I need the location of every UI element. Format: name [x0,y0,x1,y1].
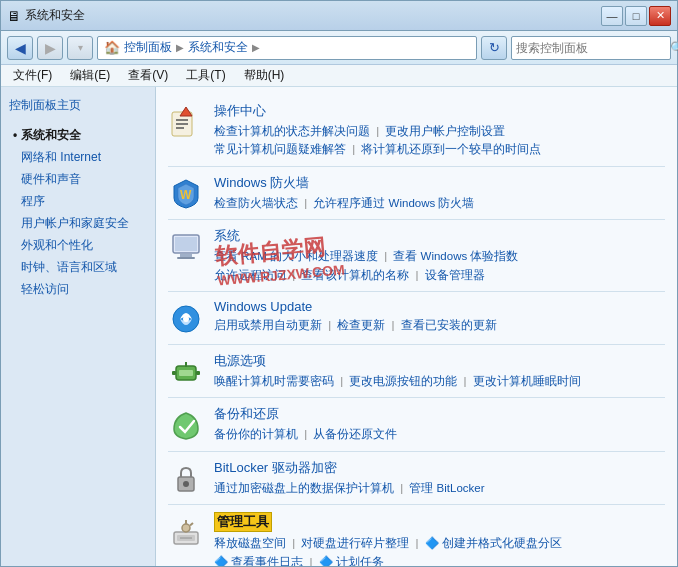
section-admin-tools: 管理工具 释放磁盘空间 | 对硬盘进行碎片整理 | 🔷 创建并格式化硬盘分区 🔷… [168,505,665,566]
power-link3[interactable]: 更改计算机睡眠时间 [473,375,581,387]
sidebar-item-programs[interactable]: 程序 [9,190,147,212]
admin-sep3: | [309,556,312,566]
firewall-sep: | [304,197,307,209]
svg-rect-9 [177,257,195,259]
sidebar-item-accessibility[interactable]: 轻松访问 [9,278,147,300]
breadcrumb-bar: 🏠 控制面板 ▶ 系统和安全 ▶ [97,36,477,60]
backup-title[interactable]: 备份和还原 [214,405,665,423]
sidebar-item-clock-language[interactable]: 时钟、语言和区域 [9,256,147,278]
section-windows-update-body: Windows Update 启用或禁用自动更新 | 检查更新 | 查看已安装的… [214,299,665,334]
sidebar-item-appearance[interactable]: 外观和个性化 [9,234,147,256]
refresh-button[interactable]: ↻ [481,36,507,60]
bitlocker-link1[interactable]: 通过加密磁盘上的数据保护计算机 [214,482,394,494]
section-power: 电源选项 唤醒计算机时需要密码 | 更改电源按钮的功能 | 更改计算机睡眠时间 [168,345,665,398]
close-button[interactable]: ✕ [649,6,671,26]
sidebar-item-system-security[interactable]: 系统和安全 [9,124,147,146]
main-content: 控制面板主页 系统和安全 网络和 Internet 硬件和声音 程序 用户帐户和… [1,87,677,566]
windows-update-title[interactable]: Windows Update [214,299,665,314]
main-window: 🖥 系统和安全 — □ ✕ ◀ ▶ ▾ 🏠 控制面板 ▶ 系统和安全 ▶ ↻ 🔍… [0,0,678,567]
firewall-links: 检查防火墙状态 | 允许程序通过 Windows 防火墙 [214,194,665,212]
sidebar-items: 系统和安全 网络和 Internet 硬件和声音 程序 用户帐户和家庭安全 外观… [9,124,147,300]
menu-view[interactable]: 查看(V) [122,65,174,86]
system-link5[interactable]: 设备管理器 [425,269,485,281]
svg-point-11 [183,316,189,322]
section-power-body: 电源选项 唤醒计算机时需要密码 | 更改电源按钮的功能 | 更改计算机睡眠时间 [214,352,665,390]
breadcrumb-part1[interactable]: 控制面板 [124,39,172,56]
bitlocker-link2[interactable]: 管理 BitLocker [409,482,484,494]
system-link3[interactable]: 允许远程访问 [214,269,286,281]
firewall-title[interactable]: Windows 防火墙 [214,174,665,192]
action-center-link4[interactable]: 将计算机还原到一个较早的时间点 [361,143,541,155]
windows-update-links: 启用或禁用自动更新 | 检查更新 | 查看已安装的更新 [214,316,665,334]
svg-point-22 [182,524,190,532]
windows-update-link1[interactable]: 启用或禁用自动更新 [214,319,322,331]
backup-link2[interactable]: 从备份还原文件 [313,428,397,440]
system-title[interactable]: 系统 [214,227,665,245]
menu-file[interactable]: 文件(F) [7,65,58,86]
windows-update-link3[interactable]: 查看已安装的更新 [401,319,497,331]
section-firewall-body: Windows 防火墙 检查防火墙状态 | 允许程序通过 Windows 防火墙 [214,174,665,212]
admin-tools-link4[interactable]: 🔷 查看事件日志 [214,556,303,566]
wu-sep1: | [328,319,331,331]
action-center-links2: 常见计算机问题疑难解答 | 将计算机还原到一个较早的时间点 [214,140,665,158]
maximize-button[interactable]: □ [625,6,647,26]
sidebar-item-user-accounts[interactable]: 用户帐户和家庭安全 [9,212,147,234]
bitlocker-sep: | [400,482,403,494]
search-bar: 🔍 [511,36,671,60]
right-panel: 软件自学网 WWW.RJZXW.COM 操作中心 [156,87,677,566]
action-center-link2[interactable]: 更改用户帐户控制设置 [385,125,505,137]
bitlocker-title[interactable]: BitLocker 驱动器加密 [214,459,665,477]
admin-sep2: | [416,537,419,549]
sidebar-item-hardware[interactable]: 硬件和声音 [9,168,147,190]
breadcrumb-part2[interactable]: 系统和安全 [188,39,248,56]
power-link1[interactable]: 唤醒计算机时需要密码 [214,375,334,387]
action-center-link1[interactable]: 检查计算机的状态并解决问题 [214,125,370,137]
system-sep3: | [416,269,419,281]
system-link2[interactable]: 查看 Windows 体验指数 [393,250,518,262]
dropdown-button[interactable]: ▾ [67,36,93,60]
action-center-link3[interactable]: 常见计算机问题疑难解答 [214,143,346,155]
search-input[interactable] [516,41,666,55]
action-center-links1: 检查计算机的状态并解决问题 | 更改用户帐户控制设置 [214,122,665,140]
admin-tools-link2[interactable]: 对硬盘进行碎片整理 [301,537,409,549]
svg-text:W: W [180,188,192,202]
admin-tools-link3[interactable]: 🔷 创建并格式化硬盘分区 [425,537,562,549]
power-title[interactable]: 电源选项 [214,352,665,370]
windows-update-link2[interactable]: 检查更新 [337,319,385,331]
power-sep1: | [340,375,343,387]
svg-rect-14 [196,371,200,375]
window-title: 系统和安全 [25,7,85,24]
system-link1[interactable]: 查看 RAM 的大小和处理器速度 [214,250,378,262]
system-links2: 允许远程访问 | 查看该计算机的名称 | 设备管理器 [214,266,665,284]
search-icon[interactable]: 🔍 [670,41,678,55]
breadcrumb-sep1: ▶ [176,42,184,53]
power-link2[interactable]: 更改电源按钮的功能 [349,375,457,387]
admin-tools-links1: 释放磁盘空间 | 对硬盘进行碎片整理 | 🔷 创建并格式化硬盘分区 [214,534,665,552]
forward-button[interactable]: ▶ [37,36,63,60]
action-center-title[interactable]: 操作中心 [214,102,665,120]
minimize-button[interactable]: — [601,6,623,26]
admin-tools-title[interactable]: 管理工具 [214,512,272,532]
backup-link1[interactable]: 备份你的计算机 [214,428,298,440]
section-backup: 备份和还原 备份你的计算机 | 从备份还原文件 [168,398,665,451]
menu-tools[interactable]: 工具(T) [180,65,231,86]
admin-tools-link5[interactable]: 🔷 计划任务 [319,556,384,566]
sidebar: 控制面板主页 系统和安全 网络和 Internet 硬件和声音 程序 用户帐户和… [1,87,156,566]
sidebar-item-network[interactable]: 网络和 Internet [9,146,147,168]
section-bitlocker: BitLocker 驱动器加密 通过加密磁盘上的数据保护计算机 | 管理 Bit… [168,452,665,505]
breadcrumb-sep2: ▶ [252,42,260,53]
sidebar-home-link[interactable]: 控制面板主页 [9,97,147,114]
title-bar-left: 🖥 系统和安全 [7,7,85,24]
menu-edit[interactable]: 编辑(E) [64,65,116,86]
back-button[interactable]: ◀ [7,36,33,60]
system-link4[interactable]: 查看该计算机的名称 [301,269,409,281]
title-bar-buttons: — □ ✕ [601,6,671,26]
action-center-sep1: | [376,125,379,137]
firewall-link1[interactable]: 检查防火墙状态 [214,197,298,209]
admin-tools-links2: 🔷 查看事件日志 | 🔷 计划任务 [214,553,665,566]
firewall-link2[interactable]: 允许程序通过 Windows 防火墙 [313,197,474,209]
system-sep2: | [292,269,295,281]
admin-tools-link1[interactable]: 释放磁盘空间 [214,537,286,549]
backup-sep: | [304,428,307,440]
menu-help[interactable]: 帮助(H) [238,65,291,86]
